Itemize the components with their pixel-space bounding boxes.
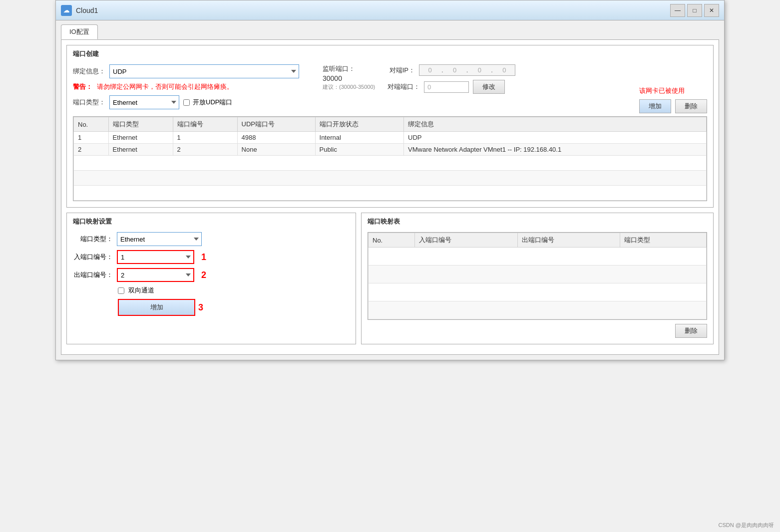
- port-mapping-title: 端口映射设置: [73, 217, 350, 228]
- table-row[interactable]: 2 Ethernet 2 None Public VMware Network …: [74, 144, 707, 156]
- m-col-type: 端口类型: [620, 233, 707, 248]
- mapping-table-body: [369, 248, 707, 319]
- title-bar: ☁ Cloud1 — □ ✕: [56, 0, 724, 20]
- monitor-suggest: 建议：(30000-35000): [323, 83, 375, 91]
- table-row-empty: [74, 156, 707, 171]
- cell-type: Ethernet: [108, 144, 173, 156]
- mapping-table-section: 端口映射表 No. 入端口编号 出端口编号 端口类型: [361, 213, 714, 344]
- col-type: 端口类型: [108, 117, 173, 132]
- content-area: IO配置 端口创建 绑定信息： UDP: [56, 20, 724, 360]
- udp-checkbox-row: 开放UDP端口: [183, 98, 232, 107]
- window-title: Cloud1: [76, 6, 98, 14]
- col-status: 端口开放状态: [315, 117, 404, 132]
- ip-octet-3[interactable]: [469, 65, 490, 75]
- table-row-empty: [74, 186, 707, 201]
- tab-bar: IO配置: [61, 24, 719, 39]
- in-port-row: 入端口编号： 1 1: [73, 250, 350, 264]
- port-table-body: 1 Ethernet 1 4988 Internal UDP 2 Etherne…: [74, 132, 707, 201]
- cell-num: 2: [173, 144, 237, 156]
- in-port-select[interactable]: 1: [117, 250, 194, 264]
- ip-octet-2[interactable]: [444, 65, 465, 75]
- add-mapping-button[interactable]: 增加: [118, 299, 195, 316]
- cell-bind: VMware Network Adapter VMnet1 -- IP: 192…: [404, 144, 707, 156]
- port-type-row: 端口类型： Ethernet 开放UDP端口: [73, 95, 313, 109]
- port-table-header: No. 端口类型 端口编号 UDP端口号 端口开放状态 绑定信息: [74, 117, 707, 132]
- add-port-button[interactable]: 增加: [639, 99, 671, 113]
- cell-num: 1: [173, 132, 237, 144]
- table-row[interactable]: 1 Ethernet 1 4988 Internal UDP: [74, 132, 707, 144]
- mapping-type-select[interactable]: Ethernet: [117, 232, 202, 246]
- warning-label: 警告：: [73, 82, 93, 91]
- bind-label: 绑定信息：: [73, 67, 105, 76]
- remote-port-row: 对端端口： 修改: [388, 80, 629, 94]
- bind-select[interactable]: UDP: [109, 64, 299, 78]
- window-controls: — □ ✕: [670, 4, 719, 17]
- m-row-empty: [369, 283, 707, 301]
- m-row-empty: [369, 248, 707, 266]
- m-row-empty: [369, 301, 707, 319]
- right-form: 监听端口： 30000 建议：(30000-35000) 对端IP： .: [323, 64, 707, 113]
- ip-octet-1[interactable]: [419, 65, 440, 75]
- col-bind: 绑定信息: [404, 117, 707, 132]
- port-mapping-section: 端口映射设置 端口类型： Ethernet 入端口编号： 1: [66, 213, 356, 344]
- mapping-table-header: No. 入端口编号 出端口编号 端口类型: [369, 233, 707, 248]
- minimize-button[interactable]: —: [670, 4, 685, 17]
- mapping-type-row: 端口类型： Ethernet: [73, 232, 350, 246]
- monitor-port-area: 监听端口： 30000 建议：(30000-35000): [323, 64, 378, 113]
- port-table-container: No. 端口类型 端口编号 UDP端口号 端口开放状态 绑定信息 1: [73, 116, 707, 201]
- main-panel: 端口创建 绑定信息： UDP 警告：: [61, 39, 719, 355]
- maximize-button[interactable]: □: [687, 4, 702, 17]
- modify-button[interactable]: 修改: [473, 80, 505, 94]
- udp-label: 开放UDP端口: [193, 98, 232, 107]
- bidirectional-label: 双向通道: [128, 286, 154, 295]
- monitor-port-label: 监听端口：: [323, 64, 355, 73]
- ip-dot-3: .: [490, 66, 494, 74]
- ip-dot-1: .: [440, 66, 444, 74]
- delete-port-button[interactable]: 删除: [675, 99, 707, 113]
- cell-udp: 4988: [237, 132, 315, 144]
- udp-checkbox[interactable]: [183, 99, 190, 106]
- badge-2: 2: [201, 270, 206, 280]
- remote-port-label: 对端端口：: [388, 82, 420, 91]
- col-no: No.: [74, 117, 109, 132]
- m-col-in: 入端口编号: [415, 233, 517, 248]
- cell-status: Public: [315, 144, 404, 156]
- out-port-label: 出端口编号：: [73, 270, 113, 279]
- port-creation-section: 端口创建 绑定信息： UDP 警告：: [66, 45, 714, 208]
- remote-ip-row: 对端IP： . . .: [388, 64, 629, 76]
- monitor-port-value: 30000: [323, 74, 342, 82]
- remote-config: 对端IP： . . .: [388, 64, 629, 113]
- in-port-label: 入端口编号：: [73, 253, 113, 262]
- ip-octet-4[interactable]: [494, 65, 515, 75]
- mapping-table: No. 入端口编号 出端口编号 端口类型: [368, 233, 707, 319]
- mapping-delete-row: 删除: [368, 324, 707, 338]
- remote-ip-label: 对端IP：: [388, 66, 415, 75]
- ip-input-group: . . .: [419, 64, 515, 76]
- m-col-no: No.: [369, 233, 415, 248]
- cell-bind: UDP: [404, 132, 707, 144]
- main-window: ☁ Cloud1 — □ ✕ IO配置 端口创建: [55, 0, 725, 360]
- remote-port-input[interactable]: [424, 81, 469, 93]
- col-num: 端口编号: [173, 117, 237, 132]
- mapping-table-container: No. 入端口编号 出端口编号 端口类型: [368, 232, 707, 320]
- col-udp: UDP端口号: [237, 117, 315, 132]
- add-btn-row: 增加 3: [73, 299, 350, 316]
- warning-row: 警告： 请勿绑定公网网卡，否则可能会引起网络瘫痪。: [73, 82, 313, 91]
- port-type-select[interactable]: Ethernet: [109, 95, 179, 109]
- table-row-empty: [74, 171, 707, 186]
- close-button[interactable]: ✕: [704, 4, 719, 17]
- left-form: 绑定信息： UDP 警告： 请勿绑定公网网卡，否则可能会引起网络瘫痪。: [73, 64, 313, 113]
- badge-1: 1: [201, 252, 206, 263]
- ip-dot-2: .: [465, 66, 469, 74]
- bind-info-row: 绑定信息： UDP: [73, 64, 313, 78]
- port-table: No. 端口类型 端口编号 UDP端口号 端口开放状态 绑定信息 1: [73, 117, 707, 201]
- out-port-select[interactable]: 2: [117, 268, 194, 282]
- delete-mapping-button[interactable]: 删除: [675, 324, 707, 338]
- cell-type: Ethernet: [108, 132, 173, 144]
- bidirectional-checkbox[interactable]: [118, 287, 124, 294]
- tab-io-config[interactable]: IO配置: [61, 24, 98, 39]
- warning-text: 请勿绑定公网网卡，否则可能会引起网络瘫痪。: [97, 82, 233, 91]
- badge-3: 3: [198, 302, 203, 313]
- action-buttons: 增加 删除: [639, 99, 707, 113]
- title-bar-left: ☁ Cloud1: [61, 5, 98, 16]
